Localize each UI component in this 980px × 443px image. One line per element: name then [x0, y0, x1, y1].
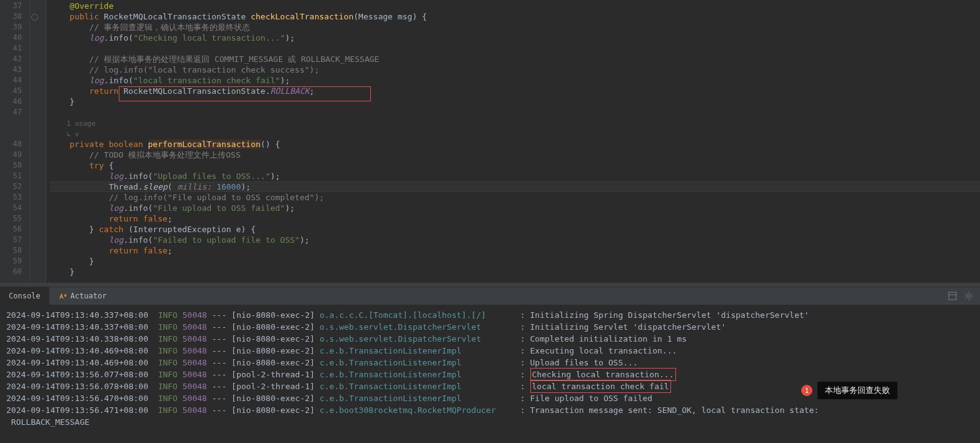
code-line[interactable]: log.info("File upload to OSS failed"); — [50, 203, 980, 213]
actuator-icon — [58, 292, 67, 300]
code-line[interactable]: } — [50, 267, 980, 277]
code-line[interactable]: 1 usage — [50, 118, 980, 128]
log-line: 2024-09-14T09:13:40.469+08:00 INFO 50048… — [6, 357, 974, 369]
tab-actuator-label: Actuator — [71, 287, 107, 305]
code-line[interactable]: log.info("local transaction check fail")… — [50, 75, 980, 86]
code-line[interactable]: @Override — [50, 1, 980, 11]
svg-rect-0 — [949, 292, 956, 300]
tab-console-label: Console — [9, 287, 41, 305]
code-line[interactable] — [50, 43, 980, 54]
tab-actuator[interactable]: Actuator — [49, 287, 116, 305]
code-line[interactable]: // log.info("File upload to OSS complete… — [50, 192, 980, 203]
code-line[interactable]: log.info("Failed to upload file to OSS")… — [50, 235, 980, 245]
code-area[interactable]: @Override public RocketMQLocalTransactio… — [46, 0, 980, 283]
svg-point-2 — [967, 295, 971, 298]
console-output[interactable]: 2024-09-14T09:13:40.337+08:00 INFO 50048… — [0, 305, 980, 443]
code-line[interactable]: private boolean performLocalTransaction(… — [50, 139, 980, 150]
log-line: 2024-09-14T09:13:40.337+08:00 INFO 50048… — [6, 321, 974, 333]
gear-icon[interactable] — [964, 291, 974, 301]
log-line: 2024-09-14T09:13:40.338+08:00 INFO 50048… — [6, 333, 974, 345]
code-line[interactable]: return false; — [50, 213, 980, 224]
code-line[interactable]: try { — [50, 160, 980, 171]
line-number-gutter: 3738394041424344454647484950515253545556… — [0, 0, 30, 283]
code-line[interactable]: } — [50, 96, 980, 107]
code-line[interactable]: ↳ ∨ — [50, 128, 980, 139]
code-line[interactable]: log.info("Checking local transaction..."… — [50, 33, 980, 43]
code-line[interactable]: return RocketMQLocalTransactionState.ROL… — [50, 86, 980, 96]
code-editor[interactable]: 3738394041424344454647484950515253545556… — [0, 0, 980, 283]
code-line[interactable] — [50, 107, 980, 118]
code-line[interactable]: // log.info("local transaction check suc… — [50, 64, 980, 75]
code-line[interactable]: } catch (InterruptedException e) { — [50, 224, 980, 235]
code-line[interactable]: return false; — [50, 245, 980, 256]
bottom-panel-tabs: Console Actuator — [0, 287, 980, 305]
log-line: 2024-09-14T09:13:56.471+08:00 INFO 50048… — [6, 404, 974, 416]
code-line[interactable]: // TODO 模拟本地事务处理文件上传OSS — [50, 150, 980, 160]
code-line[interactable]: // 根据本地事务的处理结果返回 COMMIT_MESSAGE 或 ROLLBA… — [50, 54, 980, 64]
annotation-callout: 1 本地事务回查失败 — [801, 382, 897, 399]
log-line: 2024-09-14T09:13:40.337+08:00 INFO 50048… — [6, 309, 974, 321]
code-line[interactable]: } — [50, 256, 980, 267]
fold-gutter — [30, 0, 46, 283]
code-line[interactable]: public RocketMQLocalTransactionState che… — [50, 11, 980, 22]
log-line: 2024-09-14T09:13:56.077+08:00 INFO 50048… — [6, 369, 974, 380]
tab-console[interactable]: Console — [0, 287, 49, 305]
log-line: 2024-09-14T09:13:40.469+08:00 INFO 50048… — [6, 345, 974, 357]
code-line[interactable]: Thread.sleep( millis: 16000); — [50, 181, 980, 192]
annotation-label: 本地事务回查失败 — [817, 382, 897, 399]
code-line[interactable]: log.info("Upload files to OSS..."); — [50, 171, 980, 181]
log-line: ROLLBACK_MESSAGE — [6, 416, 974, 428]
annotation-badge: 1 — [801, 385, 812, 396]
code-line[interactable]: // 事务回查逻辑，确认本地事务的最终状态 — [50, 22, 980, 33]
layout-icon[interactable] — [947, 291, 957, 301]
